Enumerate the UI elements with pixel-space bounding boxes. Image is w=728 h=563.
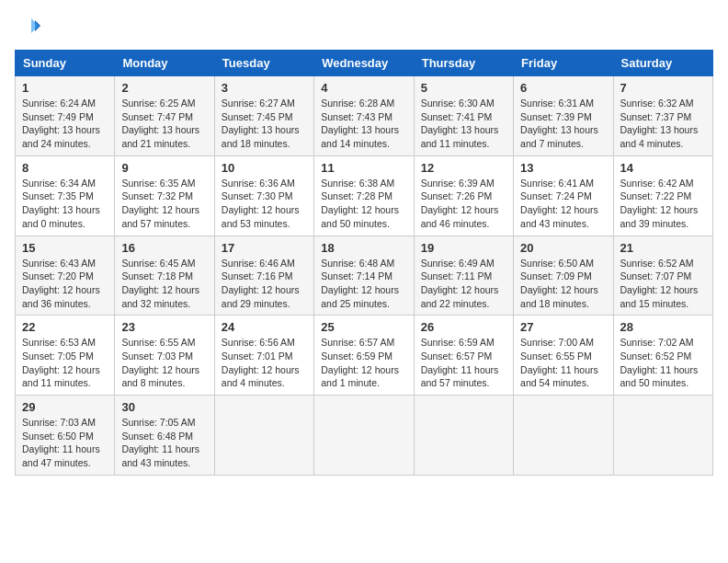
col-monday: Monday	[115, 51, 214, 76]
day-number: 6	[520, 81, 606, 95]
calendar-table: Sunday Monday Tuesday Wednesday Thursday…	[15, 50, 713, 476]
cell-info: Sunrise: 6:55 AMSunset: 7:03 PMDaylight:…	[121, 337, 199, 388]
day-number: 8	[22, 161, 108, 175]
cell-info: Sunrise: 7:05 AMSunset: 6:48 PMDaylight:…	[121, 417, 199, 468]
cell-info: Sunrise: 6:59 AMSunset: 6:57 PMDaylight:…	[421, 337, 499, 388]
calendar-cell: 6Sunrise: 6:31 AMSunset: 7:39 PMDaylight…	[514, 76, 613, 156]
calendar-cell: 4Sunrise: 6:28 AMSunset: 7:43 PMDaylight…	[314, 76, 414, 156]
cell-info: Sunrise: 6:50 AMSunset: 7:09 PMDaylight:…	[520, 258, 598, 309]
cell-info: Sunrise: 6:42 AMSunset: 7:22 PMDaylight:…	[620, 178, 699, 229]
day-number: 1	[22, 81, 108, 95]
cell-info: Sunrise: 6:30 AMSunset: 7:41 PMDaylight:…	[421, 98, 499, 149]
calendar-cell: 13Sunrise: 6:41 AMSunset: 7:24 PMDayligh…	[514, 155, 613, 236]
calendar-cell: 1Sunrise: 6:24 AMSunset: 7:49 PMDaylight…	[16, 76, 115, 156]
day-number: 21	[620, 241, 706, 255]
cell-info: Sunrise: 6:38 AMSunset: 7:28 PMDaylight:…	[321, 178, 399, 229]
col-tuesday: Tuesday	[214, 51, 313, 76]
cell-info: Sunrise: 6:52 AMSunset: 7:07 PMDaylight:…	[620, 258, 699, 309]
day-number: 15	[22, 241, 108, 255]
calendar-cell	[314, 396, 414, 476]
day-number: 28	[620, 320, 706, 334]
col-wednesday: Wednesday	[314, 51, 414, 76]
calendar-cell: 10Sunrise: 6:36 AMSunset: 7:30 PMDayligh…	[214, 155, 313, 236]
cell-info: Sunrise: 6:31 AMSunset: 7:39 PMDaylight:…	[520, 98, 598, 149]
day-number: 24	[222, 320, 307, 334]
cell-info: Sunrise: 6:35 AMSunset: 7:32 PMDaylight:…	[121, 178, 199, 229]
day-number: 18	[321, 241, 406, 255]
cell-info: Sunrise: 6:57 AMSunset: 6:59 PMDaylight:…	[321, 337, 399, 388]
day-number: 25	[321, 320, 406, 334]
day-number: 19	[421, 241, 506, 255]
calendar-cell: 3Sunrise: 6:27 AMSunset: 7:45 PMDaylight…	[214, 76, 313, 156]
cell-info: Sunrise: 6:43 AMSunset: 7:20 PMDaylight:…	[22, 258, 100, 309]
day-number: 23	[121, 320, 207, 334]
cell-info: Sunrise: 6:46 AMSunset: 7:16 PMDaylight:…	[222, 258, 300, 309]
calendar-week-row: 15Sunrise: 6:43 AMSunset: 7:20 PMDayligh…	[16, 236, 713, 316]
calendar-cell: 27Sunrise: 7:00 AMSunset: 6:55 PMDayligh…	[514, 316, 613, 396]
day-number: 14	[620, 161, 706, 175]
calendar-cell: 21Sunrise: 6:52 AMSunset: 7:07 PMDayligh…	[613, 236, 712, 316]
col-friday: Friday	[514, 51, 613, 76]
page-header	[15, 15, 713, 40]
day-number: 22	[22, 320, 108, 334]
calendar-week-row: 22Sunrise: 6:53 AMSunset: 7:05 PMDayligh…	[16, 316, 713, 396]
calendar-week-row: 8Sunrise: 6:34 AMSunset: 7:35 PMDaylight…	[16, 155, 713, 236]
day-number: 2	[121, 81, 207, 95]
cell-info: Sunrise: 6:36 AMSunset: 7:30 PMDaylight:…	[222, 178, 300, 229]
day-number: 10	[222, 161, 307, 175]
cell-info: Sunrise: 7:02 AMSunset: 6:52 PMDaylight:…	[620, 337, 699, 388]
cell-info: Sunrise: 6:39 AMSunset: 7:26 PMDaylight:…	[421, 178, 499, 229]
cell-info: Sunrise: 6:49 AMSunset: 7:11 PMDaylight:…	[421, 258, 499, 309]
calendar-cell: 29Sunrise: 7:03 AMSunset: 6:50 PMDayligh…	[16, 396, 115, 476]
day-number: 4	[321, 81, 406, 95]
calendar-cell	[514, 396, 613, 476]
calendar-cell	[214, 396, 313, 476]
calendar-cell: 8Sunrise: 6:34 AMSunset: 7:35 PMDaylight…	[16, 155, 115, 236]
day-number: 3	[222, 81, 307, 95]
day-number: 17	[222, 241, 307, 255]
day-number: 11	[321, 161, 406, 175]
cell-info: Sunrise: 6:32 AMSunset: 7:37 PMDaylight:…	[620, 98, 699, 149]
calendar-cell: 26Sunrise: 6:59 AMSunset: 6:57 PMDayligh…	[414, 316, 513, 396]
cell-info: Sunrise: 6:25 AMSunset: 7:47 PMDaylight:…	[121, 98, 199, 149]
calendar-cell: 24Sunrise: 6:56 AMSunset: 7:01 PMDayligh…	[214, 316, 313, 396]
cell-info: Sunrise: 6:24 AMSunset: 7:49 PMDaylight:…	[22, 98, 100, 149]
calendar-cell: 19Sunrise: 6:49 AMSunset: 7:11 PMDayligh…	[414, 236, 513, 316]
cell-info: Sunrise: 6:27 AMSunset: 7:45 PMDaylight:…	[222, 98, 300, 149]
logo	[15, 15, 42, 40]
col-saturday: Saturday	[613, 51, 712, 76]
logo-icon	[15, 15, 40, 40]
day-number: 30	[121, 400, 207, 414]
day-number: 26	[421, 320, 506, 334]
calendar-cell: 14Sunrise: 6:42 AMSunset: 7:22 PMDayligh…	[613, 155, 712, 236]
calendar-cell: 25Sunrise: 6:57 AMSunset: 6:59 PMDayligh…	[314, 316, 414, 396]
calendar-cell: 18Sunrise: 6:48 AMSunset: 7:14 PMDayligh…	[314, 236, 414, 316]
cell-info: Sunrise: 6:53 AMSunset: 7:05 PMDaylight:…	[22, 337, 100, 388]
calendar-cell: 15Sunrise: 6:43 AMSunset: 7:20 PMDayligh…	[16, 236, 115, 316]
header-row: Sunday Monday Tuesday Wednesday Thursday…	[16, 51, 713, 76]
day-number: 20	[520, 241, 606, 255]
calendar-cell: 16Sunrise: 6:45 AMSunset: 7:18 PMDayligh…	[115, 236, 214, 316]
day-number: 7	[620, 81, 706, 95]
day-number: 16	[121, 241, 207, 255]
cell-info: Sunrise: 6:45 AMSunset: 7:18 PMDaylight:…	[121, 258, 199, 309]
calendar-cell: 2Sunrise: 6:25 AMSunset: 7:47 PMDaylight…	[115, 76, 214, 156]
cell-info: Sunrise: 6:48 AMSunset: 7:14 PMDaylight:…	[321, 258, 399, 309]
cell-info: Sunrise: 6:41 AMSunset: 7:24 PMDaylight:…	[520, 178, 598, 229]
calendar-week-row: 1Sunrise: 6:24 AMSunset: 7:49 PMDaylight…	[16, 76, 713, 156]
cell-info: Sunrise: 7:00 AMSunset: 6:55 PMDaylight:…	[520, 337, 598, 388]
calendar-cell: 17Sunrise: 6:46 AMSunset: 7:16 PMDayligh…	[214, 236, 313, 316]
day-number: 12	[421, 161, 506, 175]
calendar-cell	[613, 396, 712, 476]
day-number: 29	[22, 400, 108, 414]
calendar-cell: 7Sunrise: 6:32 AMSunset: 7:37 PMDaylight…	[613, 76, 712, 156]
col-thursday: Thursday	[414, 51, 513, 76]
calendar-cell: 9Sunrise: 6:35 AMSunset: 7:32 PMDaylight…	[115, 155, 214, 236]
calendar-cell: 11Sunrise: 6:38 AMSunset: 7:28 PMDayligh…	[314, 155, 414, 236]
cell-info: Sunrise: 6:56 AMSunset: 7:01 PMDaylight:…	[222, 337, 300, 388]
col-sunday: Sunday	[16, 51, 115, 76]
calendar-cell: 12Sunrise: 6:39 AMSunset: 7:26 PMDayligh…	[414, 155, 513, 236]
day-number: 9	[121, 161, 207, 175]
calendar-cell: 20Sunrise: 6:50 AMSunset: 7:09 PMDayligh…	[514, 236, 613, 316]
day-number: 13	[520, 161, 606, 175]
